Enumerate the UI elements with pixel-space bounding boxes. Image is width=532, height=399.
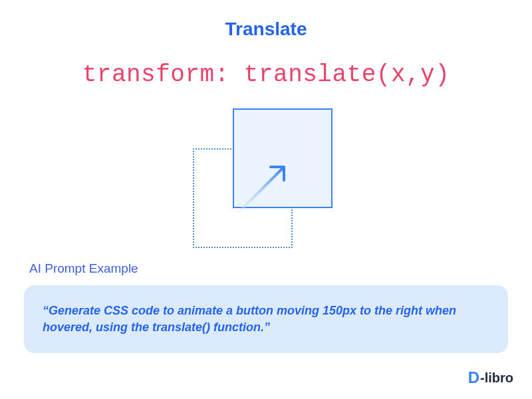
logo-text: -libro xyxy=(480,370,513,386)
translated-position-box xyxy=(233,108,332,208)
prompt-example-box: “Generate CSS code to animate a button m… xyxy=(24,285,508,353)
translate-diagram xyxy=(166,108,366,255)
brand-logo: D -libro xyxy=(468,368,513,387)
logo-prefix: D xyxy=(468,368,479,387)
section-label: AI Prompt Example xyxy=(29,261,532,276)
page-title: Translate xyxy=(0,0,532,40)
code-syntax: transform: translate(x,y) xyxy=(0,61,532,88)
